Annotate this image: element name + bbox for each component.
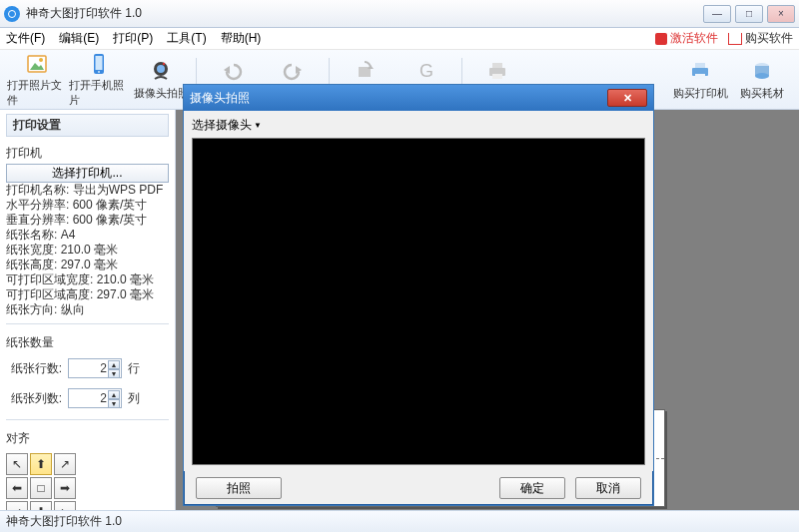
dialog-title: 摄像头拍照 (190, 90, 250, 107)
camera-preview (192, 138, 645, 465)
chevron-down-icon: ▼ (254, 121, 262, 130)
dialog-close-button[interactable]: ✕ (607, 89, 647, 107)
camera-select-dropdown[interactable]: 选择摄像头▼ (192, 117, 645, 134)
ok-button[interactable]: 确定 (499, 477, 565, 499)
camera-dialog: 摄像头拍照 ✕ 选择摄像头▼ 拍照 确定 取消 (183, 84, 654, 506)
shoot-button[interactable]: 拍照 (196, 477, 282, 499)
dialog-titlebar[interactable]: 摄像头拍照 ✕ (184, 85, 653, 111)
cancel-button[interactable]: 取消 (575, 477, 641, 499)
modal-scrim: 摄像头拍照 ✕ 选择摄像头▼ 拍照 确定 取消 (0, 0, 799, 532)
